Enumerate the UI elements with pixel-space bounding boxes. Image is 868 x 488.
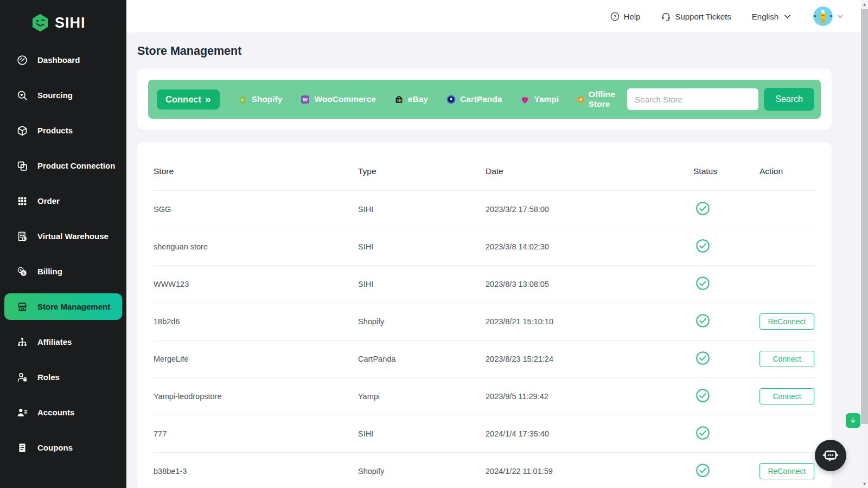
platform-toolbar: Connect » Shopify WooCommerce: [148, 80, 821, 119]
search-input[interactable]: [627, 88, 758, 110]
date-cell: 2023/8/23 15:21:24: [486, 355, 693, 363]
status-cell: [693, 201, 760, 217]
chat-fab-button[interactable]: [815, 440, 846, 471]
status-connected-icon: [695, 239, 710, 253]
date-cell: 2023/8/21 15:10:10: [486, 317, 693, 326]
status-cell: [693, 463, 760, 479]
column-header-store: Store: [154, 166, 358, 176]
search-button[interactable]: Search: [764, 88, 814, 111]
sidebar-item-label: Accounts: [37, 408, 74, 417]
status-cell: [693, 239, 760, 255]
sidebar-item-roles[interactable]: Roles: [4, 364, 122, 390]
account-menu[interactable]: [813, 7, 844, 26]
column-header-date: Date: [486, 166, 693, 176]
sidebar-item-coupons[interactable]: Coupons: [4, 434, 122, 461]
sidebar-item-virtual-warehouse[interactable]: Virtual Warehouse: [4, 223, 122, 249]
status-cell: [693, 426, 760, 442]
sidebar-item-label: Order: [37, 196, 60, 206]
platform-icon: [577, 94, 585, 105]
platform-tab-woocommerce[interactable]: WooCommerce: [300, 94, 375, 105]
language-label: English: [752, 12, 778, 21]
brand-logo: SIHI: [30, 13, 126, 33]
support-tickets-button[interactable]: Support Tickets: [661, 11, 731, 22]
sidebar-item-accounts[interactable]: Accounts: [4, 399, 122, 426]
sidebar-item-label: Dashboard: [37, 55, 80, 65]
help-icon: [610, 11, 620, 22]
sidebar-item-label: Roles: [37, 373, 60, 382]
table-row: Yampi-leodropstore Yampi 2023/9/5 11:29:…: [154, 378, 815, 415]
help-button[interactable]: Help: [610, 11, 641, 22]
chat-bubble-icon: [821, 446, 840, 465]
status-connected-icon: [695, 351, 710, 365]
type-cell: SIHI: [358, 242, 486, 251]
date-cell: 2023/3/8 14:02:30: [486, 242, 693, 251]
sidebar-item-icon: [16, 336, 28, 348]
sihi-logo-icon: [30, 13, 50, 33]
platform-tab-yampi[interactable]: Yampi: [520, 94, 559, 105]
sidebar-item-icon: [16, 54, 28, 66]
sidebar-item-products[interactable]: Products: [4, 117, 122, 144]
sidebar-item-icon: [16, 195, 28, 207]
column-header-type: Type: [358, 166, 486, 176]
platform-tab-offline-store[interactable]: Offline Store: [577, 89, 627, 109]
scrollbar-down-arrow[interactable]: ▼: [861, 481, 868, 486]
sidebar-item-label: Virtual Warehouse: [37, 232, 108, 241]
language-selector[interactable]: English: [752, 11, 793, 22]
store-cell: WWW123: [154, 280, 358, 288]
platform-tab-cartpanda[interactable]: CartPanda: [446, 94, 502, 105]
help-label: Help: [624, 12, 641, 21]
platform-tab-shopify[interactable]: Shopify: [238, 94, 283, 105]
sidebar-item-store-management[interactable]: Store Management: [4, 293, 122, 320]
status-connected-icon: [695, 276, 710, 291]
table-row: MergeLife CartPanda 2023/8/23 15:21:24 C…: [154, 341, 815, 378]
row-action-button[interactable]: ReConnect: [760, 313, 814, 330]
status-cell: [693, 276, 760, 292]
table-row: b38be1-3 Shopify 2024/1/22 11:01:59 ReCo…: [154, 453, 815, 488]
sidebar-item-sourcing[interactable]: Sourcing: [4, 82, 122, 108]
status-connected-icon: [695, 388, 710, 403]
sidebar-item-dashboard[interactable]: Dashboard: [4, 47, 122, 73]
row-action-button[interactable]: ReConnect: [760, 463, 814, 479]
store-cell: 777: [154, 429, 358, 438]
platform-icon: [520, 94, 530, 105]
column-header-action: Action: [760, 166, 815, 176]
status-cell: [693, 388, 760, 404]
platform-label: WooCommerce: [314, 94, 375, 104]
download-fab-button[interactable]: [846, 413, 860, 428]
sidebar: SIHI Dashboard Sourcing Products Product…: [0, 0, 126, 488]
type-cell: SIHI: [358, 280, 486, 288]
status-connected-icon: [695, 426, 710, 440]
sidebar-item-order[interactable]: Order: [4, 188, 122, 214]
download-icon: [849, 416, 857, 425]
platform-icon: [446, 94, 456, 105]
sidebar-item-product-connection[interactable]: Product Connection: [4, 152, 122, 179]
sidebar-item-billing[interactable]: Billing: [4, 258, 122, 285]
sidebar-item-label: Billing: [37, 267, 62, 276]
chevron-down-icon: [836, 12, 844, 21]
scrollbar-thumb[interactable]: [861, 9, 868, 424]
platform-tab-ebay[interactable]: eBay: [394, 94, 428, 105]
date-cell: 2023/9/5 11:29:42: [486, 392, 693, 401]
store-cell: Yampi-leodropstore: [154, 392, 358, 401]
connect-button[interactable]: Connect »: [157, 89, 220, 110]
store-cell: MergeLife: [154, 355, 358, 363]
platform-label: Offline Store: [589, 89, 628, 109]
platform-label: CartPanda: [460, 94, 502, 104]
action-cell: ReConnect: [760, 463, 815, 479]
table-row: 777 SIHI 2024/1/4 17:35:40: [154, 415, 815, 453]
toolbar-card: Connect » Shopify WooCommerce: [137, 69, 832, 130]
sidebar-item-icon: [16, 266, 28, 278]
platform-icon: [238, 94, 248, 105]
sidebar-item-affiliates[interactable]: Affiliates: [4, 329, 122, 355]
scrollbar-up-arrow[interactable]: ▲: [861, 2, 868, 7]
status-connected-icon: [695, 313, 710, 328]
double-chevron-right-icon: »: [205, 97, 211, 102]
status-connected-icon: [695, 463, 710, 478]
sidebar-nav: Dashboard Sourcing Products Product Conn…: [0, 47, 126, 461]
topbar: Help Support Tickets English: [126, 0, 868, 33]
row-action-button[interactable]: Connect: [760, 388, 814, 404]
type-cell: Shopify: [358, 317, 486, 326]
row-action-button[interactable]: Connect: [760, 351, 814, 367]
type-cell: SIHI: [358, 429, 486, 438]
column-header-status: Status: [693, 166, 760, 176]
